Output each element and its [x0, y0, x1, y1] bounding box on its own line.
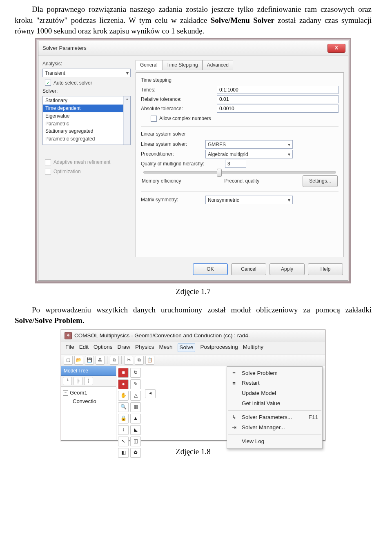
tree-tool-icon[interactable]: ├: [74, 377, 82, 385]
solver-item-eigenvalue[interactable]: Eigenvalue: [43, 112, 130, 120]
paragraph-2b: Solve/Solve Problem.: [15, 316, 85, 325]
tool-icon[interactable]: ■: [118, 368, 129, 378]
mesh-icon[interactable]: ▦: [130, 402, 141, 412]
abstol-input[interactable]: [217, 105, 339, 113]
cursor-icon[interactable]: ↖: [118, 437, 129, 446]
collapse-icon[interactable]: −: [63, 390, 68, 396]
solver-item-parametric-segregated[interactable]: Parametric segregated: [43, 135, 130, 143]
help-button[interactable]: Help: [308, 263, 343, 275]
menu-edit[interactable]: Edit: [79, 343, 89, 352]
checkbox-icon: [151, 116, 157, 122]
tool-icon[interactable]: ◧: [118, 448, 129, 458]
ok-button[interactable]: OK: [193, 263, 228, 275]
toolbar: ▢ 📂 💾 🖶 ⧉ ✂ ⧉ 📋: [61, 354, 325, 366]
dialog-footer: OK Cancel Apply Help: [38, 260, 348, 280]
menu-draw[interactable]: Draw: [118, 343, 131, 352]
tool-column-1: ■ ● ✋ 🔍 🔒 ↕ ↖ ◧: [118, 368, 129, 458]
listbox-scrollbar[interactable]: [123, 96, 130, 145]
tree-tool-icon[interactable]: ╎: [84, 377, 93, 385]
collapse-arrow-icon[interactable]: ◂: [145, 389, 156, 398]
analysis-dropdown[interactable]: Transient: [42, 69, 131, 77]
menu-item-solve-problem[interactable]: =Solve Problem: [227, 368, 322, 379]
times-input[interactable]: [217, 86, 339, 94]
menu-physics[interactable]: Physics: [135, 343, 154, 352]
lss-label: Linear system solver:: [141, 141, 202, 148]
msym-dropdown[interactable]: Nonsymmetric: [205, 196, 293, 204]
triangle-icon[interactable]: △: [130, 391, 141, 401]
equals-icon: =: [230, 370, 238, 377]
tree-node-convection[interactable]: Convectio: [73, 397, 114, 406]
menu-item-solver-parameters[interactable]: ↳Solver Parameters...F11: [227, 412, 322, 423]
paragraph-2a: Po wprowadzeniu wszytkich danych uruchom…: [32, 305, 372, 314]
model-tree[interactable]: − Geom1 Convectio: [61, 387, 116, 440]
model-tree-header: Model Tree: [61, 366, 116, 376]
solver-item-time-dependent[interactable]: Time dependent: [43, 105, 130, 112]
menu-solve[interactable]: Solve: [178, 343, 196, 352]
tree-tool-icon[interactable]: └: [63, 377, 72, 385]
solver-item-parametric[interactable]: Parametric: [43, 120, 130, 128]
tab-general[interactable]: General: [136, 60, 162, 70]
cut-icon[interactable]: ✂: [124, 356, 133, 365]
qmh-input[interactable]: [225, 160, 246, 168]
solver-listbox[interactable]: Stationary Time dependent Eigenvalue Par…: [42, 96, 131, 145]
menu-item-solver-manager[interactable]: ⇥Solver Manager...: [227, 423, 322, 433]
new-icon[interactable]: ▢: [64, 356, 73, 365]
print-icon[interactable]: 🖶: [96, 356, 105, 365]
hand-icon[interactable]: ✋: [118, 391, 129, 401]
triangle-icon[interactable]: ◣: [130, 425, 141, 435]
tree-label-convection: Convectio: [73, 398, 96, 405]
tab-advanced[interactable]: Advanced: [203, 60, 233, 70]
gear-icon[interactable]: ✿: [130, 448, 141, 458]
tree-node-geom[interactable]: − Geom1: [63, 389, 114, 397]
tab-time-stepping[interactable]: Time Stepping: [162, 60, 203, 70]
triangle-icon[interactable]: ▲: [130, 414, 141, 423]
paste-icon[interactable]: 📋: [145, 356, 154, 365]
mesh-icon[interactable]: ◫: [130, 437, 141, 446]
menu-item-view-log[interactable]: View Log: [227, 437, 322, 447]
arrow-icon[interactable]: ↕: [118, 425, 129, 435]
tool-column-2: ↻ ✎ △ ▦ ▲ ◣ ◫ ✿: [130, 368, 141, 458]
paragraph-2: Po wprowadzeniu wszytkich danych uruchom…: [15, 305, 372, 326]
solver-item-stationary[interactable]: Stationary: [43, 97, 130, 105]
zoom-icon[interactable]: 🔍: [118, 402, 129, 412]
close-button[interactable]: X: [327, 44, 345, 53]
abstol-label: Absolute tolerance:: [141, 105, 214, 112]
menu-mesh[interactable]: Mesh: [159, 343, 173, 352]
save-icon[interactable]: 💾: [85, 356, 94, 365]
lss-dropdown[interactable]: GMRES: [205, 140, 293, 149]
menu-item-update-model[interactable]: Update Model: [227, 388, 322, 399]
copy-icon[interactable]: ⧉: [135, 356, 144, 365]
menu-options[interactable]: Options: [94, 343, 113, 352]
reltol-input[interactable]: [217, 95, 339, 103]
solver-item-stationary-segregated[interactable]: Stationary segregated: [43, 127, 130, 135]
settings-button[interactable]: Settings...: [303, 175, 338, 187]
allow-complex-checkbox[interactable]: Allow complex numbers: [151, 115, 339, 122]
draw-icon[interactable]: ✎: [130, 379, 141, 389]
times-label: Times:: [141, 87, 214, 94]
menu-item-restart[interactable]: ≡Restart: [227, 378, 322, 388]
window-titlebar: ❖ COMSOL Multiphysics - Geom1/Convection…: [61, 330, 325, 342]
auto-select-solver-checkbox[interactable]: ✓ Auto select solver: [45, 80, 131, 87]
apply-button[interactable]: Apply: [270, 263, 305, 275]
comsol-window: ❖ COMSOL Multiphysics - Geom1/Convection…: [61, 330, 325, 441]
lock-icon[interactable]: 🔒: [118, 414, 129, 423]
refresh-icon[interactable]: ↻: [130, 368, 141, 378]
slider-thumb-icon[interactable]: [217, 169, 222, 177]
menu-postprocessing[interactable]: Postprocessing: [200, 343, 238, 352]
quality-slider[interactable]: [143, 171, 336, 174]
tree-icon[interactable]: ⧉: [110, 356, 119, 365]
menu-file[interactable]: File: [65, 343, 74, 352]
shortcut-label: F11: [309, 414, 318, 421]
drawing-canvas: ■ ● ✋ 🔍 🔒 ↕ ↖ ◧ ↻ ✎ △ ▦ ▲ ◣ ◫: [116, 366, 325, 441]
tool-icon[interactable]: ●: [118, 379, 129, 389]
cancel-button[interactable]: Cancel: [231, 263, 266, 275]
qmh-label: Quality of multigrid hierarchy:: [141, 160, 222, 167]
menu-item-get-initial[interactable]: Get Initial Value: [227, 399, 322, 409]
auto-select-label: Auto select solver: [53, 80, 92, 87]
open-icon[interactable]: 📂: [74, 356, 83, 365]
menu-multiphysics[interactable]: Multiphy: [243, 343, 263, 352]
prec-dropdown[interactable]: Algebraic multigrid: [205, 150, 293, 158]
tree-label-geom: Geom1: [70, 389, 87, 397]
dialog-title: Solver Parameters: [42, 45, 87, 52]
checkbox-icon: [45, 169, 51, 175]
